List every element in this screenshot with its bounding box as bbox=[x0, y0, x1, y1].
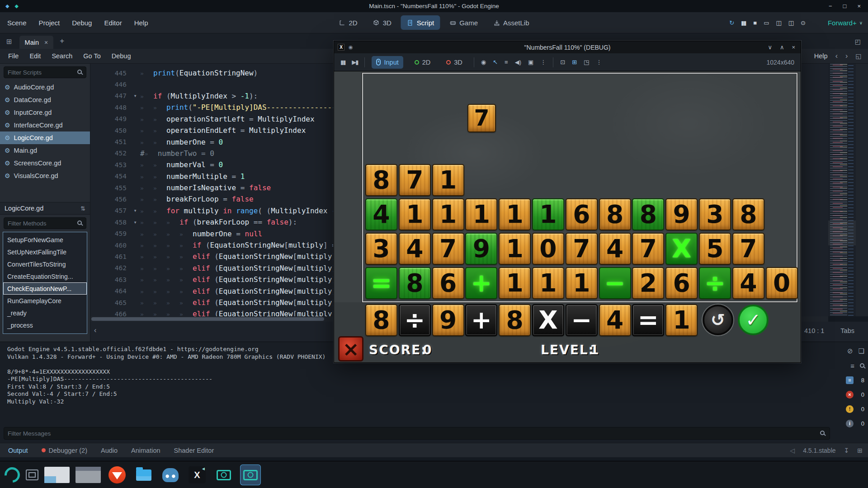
code-text[interactable]: »»»»elif (EquationStringNew[multiply] bbox=[140, 252, 336, 261]
script-item[interactable]: ⚙InterfaceCore.gd bbox=[0, 119, 90, 131]
mode-3d-button[interactable]: 3D bbox=[442, 56, 467, 69]
camera-override-icon[interactable]: ▣ bbox=[528, 59, 533, 66]
code-text[interactable]: »»»»elif (EquationStringNew[multiply] bbox=[140, 275, 336, 284]
window-thumbnail[interactable] bbox=[44, 467, 70, 483]
code-text[interactable]: »»numberIsNegative = false bbox=[140, 183, 271, 192]
distraction-free-icon[interactable]: ◰ bbox=[855, 38, 861, 45]
method-item[interactable]: CreateEquationString... bbox=[3, 270, 87, 282]
script-menu-go-to[interactable]: Go To bbox=[83, 52, 100, 60]
script-menu-file[interactable]: File bbox=[8, 52, 19, 60]
tab-3d[interactable]: 3D bbox=[367, 15, 397, 30]
maximize-button[interactable]: □ bbox=[843, 3, 847, 9]
filter-scripts-input[interactable] bbox=[4, 66, 86, 78]
fold-toggle-icon[interactable]: ▾ bbox=[130, 93, 140, 99]
online-docs-button[interactable]: Help bbox=[814, 52, 828, 60]
close-game-window-icon[interactable]: × bbox=[792, 44, 795, 51]
scripts-panel-icon[interactable]: ⊞ bbox=[6, 38, 12, 46]
line-number[interactable]: 457 bbox=[90, 207, 130, 214]
float-panel-icon[interactable]: ◱ bbox=[855, 52, 862, 60]
copy-output-icon[interactable]: ❏ bbox=[859, 347, 864, 355]
mode-2d-button[interactable]: 2D bbox=[410, 56, 435, 69]
app-menu-icon[interactable] bbox=[1, 464, 23, 486]
xterm-icon[interactable]: X bbox=[187, 465, 208, 485]
browser-icon[interactable] bbox=[107, 465, 127, 485]
info-filter-icon[interactable]: i bbox=[846, 420, 854, 427]
window-list-icon[interactable] bbox=[26, 469, 38, 480]
code-text[interactable]: »»»»numberOne = null bbox=[140, 230, 262, 238]
audio-icon[interactable]: ◀) bbox=[515, 59, 521, 66]
code-text[interactable]: »print(EquationStringNew) bbox=[140, 69, 258, 77]
tab-game[interactable]: Game bbox=[443, 15, 484, 30]
line-number[interactable]: 458 bbox=[90, 219, 130, 226]
pin-icon[interactable]: ◉ bbox=[349, 44, 353, 50]
fullscreen-icon[interactable]: ◳ bbox=[584, 59, 589, 66]
selection-list-icon[interactable]: ≡ bbox=[505, 59, 508, 66]
script-item[interactable]: ⚙AudioCore.gd bbox=[0, 81, 90, 94]
line-number[interactable]: 462 bbox=[90, 264, 130, 272]
code-text[interactable]: »»»»elif (EquationStringNew[multiply] bbox=[140, 287, 336, 296]
script-menu-search[interactable]: Search bbox=[52, 52, 72, 60]
close-button[interactable]: × bbox=[857, 3, 861, 9]
current-script-row[interactable]: LogicCore.gd ⇅ bbox=[0, 202, 90, 215]
menu-project[interactable]: Project bbox=[39, 19, 60, 27]
tab-2d[interactable]: 2D bbox=[333, 15, 363, 30]
code-text[interactable]: »»for multiply in range( (MultiplyIndex … bbox=[140, 206, 349, 215]
code-text[interactable]: »»breakForLoop = false bbox=[140, 195, 254, 203]
bottom-tab-animation[interactable]: Animation bbox=[131, 447, 160, 454]
pause-game-icon[interactable]: ▮▮ bbox=[340, 59, 345, 66]
line-number[interactable]: 445 bbox=[90, 70, 130, 77]
method-item[interactable]: SetupForNewGame bbox=[3, 234, 87, 246]
window-b-icon[interactable]: ◫ bbox=[788, 19, 793, 26]
workspace-icon[interactable]: ◆ bbox=[14, 3, 18, 9]
scroll-left-icon[interactable]: ‹ bbox=[94, 326, 96, 334]
line-number[interactable]: 465 bbox=[90, 299, 130, 306]
sort-methods-icon[interactable]: ⇅ bbox=[80, 205, 85, 212]
reload-spinner-icon[interactable]: ↻ bbox=[729, 19, 733, 26]
godot-taskbar-icon[interactable] bbox=[160, 465, 181, 485]
renderer-select[interactable]: Forward+ ∨ bbox=[828, 12, 863, 33]
confirm-button[interactable]: ✓ bbox=[738, 305, 769, 335]
expand-bottom-panel-icon[interactable]: ⊞ bbox=[857, 447, 863, 454]
profiler-icon[interactable]: ⊙ bbox=[801, 19, 805, 26]
pin-bottom-panel-icon[interactable]: ↧ bbox=[844, 447, 849, 454]
line-number[interactable]: 463 bbox=[90, 276, 130, 283]
line-number[interactable]: 455 bbox=[90, 184, 130, 192]
line-number[interactable]: 454 bbox=[90, 173, 130, 180]
method-item[interactable]: ConvertTilesToString bbox=[3, 258, 87, 270]
line-number[interactable]: 450 bbox=[90, 127, 130, 134]
filter-messages-input[interactable] bbox=[4, 427, 830, 440]
new-tab-button[interactable]: + bbox=[60, 37, 64, 46]
bottom-tab-output[interactable]: Output bbox=[8, 447, 28, 454]
code-text[interactable]: »»»»if (EquationStringNew[multiply] == bbox=[140, 241, 341, 249]
window-menu-icon[interactable]: ⋮ bbox=[596, 59, 602, 66]
menu-debug[interactable]: Debug bbox=[72, 19, 92, 27]
search-output-icon[interactable] bbox=[860, 363, 864, 368]
method-item[interactable]: CheckEquationNewP... bbox=[3, 282, 87, 295]
menu-scene[interactable]: Scene bbox=[7, 19, 27, 27]
minimize-button[interactable]: − bbox=[829, 3, 832, 9]
bottom-tab-audio[interactable]: Audio bbox=[101, 447, 118, 454]
line-number[interactable]: 453 bbox=[90, 161, 130, 169]
next-frame-icon[interactable]: ▶▮ bbox=[352, 59, 358, 66]
code-text[interactable]: »»»»elif (EquationStringNew[multiply] bbox=[140, 310, 336, 316]
pause-scene-icon[interactable]: ▮▮ bbox=[741, 19, 745, 26]
code-text[interactable]: »»»»elif (EquationStringNew[multiply] bbox=[140, 298, 336, 307]
code-text[interactable]: »»»if (breakForLoop == false): bbox=[140, 218, 297, 226]
more-options-icon[interactable]: ⋮ bbox=[540, 59, 546, 66]
indent-mode[interactable]: Tabs bbox=[840, 327, 854, 334]
keep-aspect-icon[interactable]: ⊞ bbox=[572, 59, 577, 66]
errors-filter-icon[interactable]: × bbox=[846, 391, 854, 399]
line-number[interactable]: 459 bbox=[90, 230, 130, 237]
script-menu-debug[interactable]: Debug bbox=[112, 52, 131, 60]
scrollbar-thumb[interactable] bbox=[91, 317, 324, 321]
embed-game-icon[interactable]: ⊡ bbox=[560, 59, 565, 66]
line-number[interactable]: 449 bbox=[90, 115, 130, 122]
filter-methods-input[interactable] bbox=[4, 217, 86, 229]
code-text[interactable]: #»numberTwo = 0 bbox=[140, 149, 214, 158]
run-device-icon[interactable]: ▭ bbox=[764, 19, 768, 26]
visibility-icon[interactable]: ◉ bbox=[481, 59, 486, 66]
warnings-filter-icon[interactable]: ! bbox=[846, 405, 854, 413]
screen-recorder-icon[interactable] bbox=[213, 465, 234, 485]
line-number[interactable]: 452 bbox=[90, 150, 130, 157]
window-thumbnail[interactable] bbox=[75, 467, 101, 483]
